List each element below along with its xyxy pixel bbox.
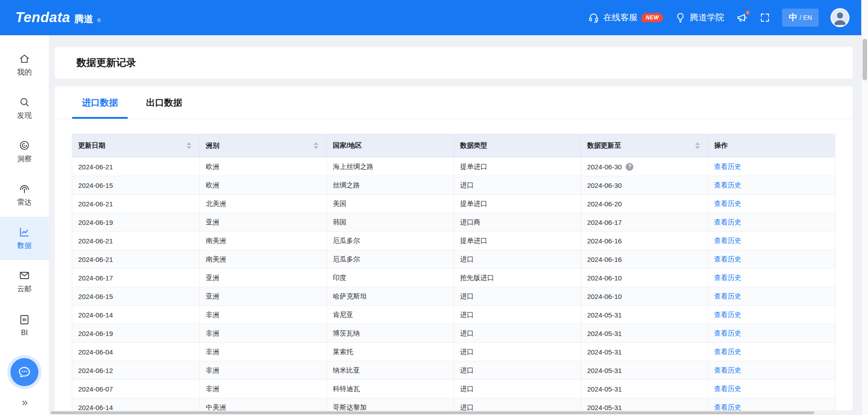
customer-chat-button[interactable]	[10, 358, 38, 386]
updated-to-cell: 2024-06-10	[581, 269, 708, 287]
view-history-link[interactable]: 查看历史	[714, 255, 741, 264]
vertical-scrollbar[interactable]	[861, 0, 868, 415]
updated-to-value: 2024-06-16	[587, 237, 622, 245]
updated-to-value: 2024-06-17	[587, 219, 622, 226]
continent-cell: 非洲	[199, 324, 326, 342]
view-history-link[interactable]: 查看历史	[714, 237, 741, 245]
update-date-cell: 2024-06-12	[72, 361, 199, 379]
view-history-link[interactable]: 查看历史	[714, 274, 741, 282]
update-date-cell: 2024-06-19	[72, 213, 199, 231]
view-history-link[interactable]: 查看历史	[714, 181, 741, 190]
horizontal-scrollbar[interactable]	[49, 410, 861, 415]
column-header-label: 数据类型	[460, 141, 487, 150]
table-row: 2024-06-07非洲科特迪瓦进口2024-05-31查看历史	[72, 379, 835, 398]
column-header[interactable]: 洲别	[199, 134, 326, 157]
tab-export-data[interactable]: 出口数据	[136, 86, 192, 119]
updated-to-value: 2024-06-20	[587, 200, 622, 208]
updated-to-cell: 2024-06-20	[581, 195, 708, 213]
column-header[interactable]: 数据更新至	[581, 134, 708, 157]
sort-carets-icon[interactable]	[695, 142, 700, 149]
view-history-link[interactable]: 查看历史	[714, 366, 741, 375]
data-type-cell: 进口商	[453, 213, 580, 231]
bi-document-icon: BI	[19, 314, 30, 326]
avatar[interactable]	[830, 8, 849, 27]
region-cell: 美国	[326, 195, 453, 213]
view-history-link[interactable]: 查看历史	[714, 329, 741, 338]
action-cell: 查看历史	[708, 269, 835, 287]
action-cell: 查看历史	[708, 361, 835, 379]
sidebar-item-radar[interactable]: 雷达	[0, 173, 49, 217]
view-history-link[interactable]: 查看历史	[714, 292, 741, 301]
sidebar-item-mine[interactable]: 我的	[0, 43, 49, 87]
page-title-card: 数据更新记录	[55, 47, 853, 79]
region-cell: 科特迪瓦	[326, 380, 453, 398]
updated-to-cell: 2024-05-31	[581, 324, 708, 342]
academy-button[interactable]: 腾道学院	[675, 12, 724, 23]
view-history-link[interactable]: 查看历史	[714, 218, 741, 227]
language-current: 中	[789, 12, 797, 23]
view-history-link[interactable]: 查看历史	[714, 163, 741, 171]
main-content: 数据更新记录 进口数据 出口数据 更新日期洲别国家/地区数据类型数据更新至操作 …	[49, 35, 861, 415]
updated-to-value: 2024-05-31	[587, 348, 622, 356]
sidebar-item-bi[interactable]: BI BI	[0, 303, 49, 347]
region-cell: 肯尼亚	[326, 306, 453, 324]
view-history-link[interactable]: 查看历史	[714, 348, 741, 356]
horizontal-scrollbar-thumb[interactable]	[51, 411, 814, 414]
announcement-button[interactable]	[736, 12, 748, 23]
action-cell: 查看历史	[708, 306, 835, 324]
sidebar-item-data[interactable]: 数据	[0, 217, 49, 260]
svg-text:BI: BI	[23, 317, 27, 322]
updated-to-value: 2024-06-10	[587, 293, 622, 300]
topbar-actions: 在线客服 NEW 腾道学院	[588, 8, 849, 27]
action-cell: 查看历史	[708, 324, 835, 342]
sort-carets-icon[interactable]	[187, 142, 191, 149]
sidebar-item-label: 数据	[17, 241, 32, 251]
action-cell: 查看历史	[708, 195, 835, 213]
updated-to-cell: 2024-05-31	[581, 306, 708, 324]
column-header[interactable]: 更新日期	[72, 134, 199, 157]
table-header-row: 更新日期洲别国家/地区数据类型数据更新至操作	[72, 134, 835, 157]
updated-to-value: 2024-06-16	[587, 256, 622, 263]
data-update-table: 更新日期洲别国家/地区数据类型数据更新至操作 2024-06-21欧洲海上丝绸之…	[72, 134, 835, 415]
view-history-link[interactable]: 查看历史	[714, 311, 741, 319]
sidebar-item-label: 洞察	[17, 154, 32, 164]
region-cell: 厄瓜多尔	[326, 250, 453, 268]
update-date-cell: 2024-06-07	[72, 380, 199, 398]
view-history-link[interactable]: 查看历史	[714, 200, 741, 208]
updated-to-value: 2024-06-30	[587, 182, 622, 189]
logo-chinese: 腾道	[74, 13, 93, 25]
update-date-cell: 2024-06-21	[72, 195, 199, 213]
sidebar-item-discover[interactable]: 发现	[0, 87, 49, 130]
tab-label: 出口数据	[146, 97, 182, 109]
sidebar-item-insight[interactable]: 洞察	[0, 130, 49, 173]
brand-logo[interactable]: Tendata 腾道 ®	[15, 9, 101, 26]
sidebar-item-label: 我的	[17, 68, 32, 77]
tab-import-data[interactable]: 进口数据	[72, 86, 128, 119]
language-switch-button[interactable]: 中 / EN	[782, 9, 819, 27]
app-root: Tendata 腾道 ® 在线客服 NEW	[0, 0, 868, 415]
table-body: 2024-06-21欧洲海上丝绸之路提单进口2024-06-30?查看历史202…	[72, 157, 835, 415]
sidebar-expand-chevron[interactable]: »	[0, 396, 49, 409]
table-row: 2024-06-04非洲莱索托进口2024-05-31查看历史	[72, 342, 835, 361]
avatar-image	[831, 9, 849, 26]
updated-to-value: 2024-05-31	[587, 404, 622, 411]
fullscreen-button[interactable]	[760, 12, 770, 23]
table-row: 2024-06-14非洲肯尼亚进口2024-05-31查看历史	[72, 305, 835, 324]
registered-mark: ®	[97, 18, 100, 23]
sidebar-item-cloudmail[interactable]: 云邮	[0, 260, 49, 303]
sort-carets-icon[interactable]	[314, 142, 318, 149]
language-alternate: / EN	[800, 14, 812, 21]
data-type-cell: 进口	[453, 250, 580, 268]
region-cell: 丝绸之路	[326, 176, 453, 194]
continent-cell: 亚洲	[199, 269, 326, 287]
help-icon[interactable]: ?	[626, 163, 633, 171]
vertical-scrollbar-thumb[interactable]	[863, 39, 867, 80]
view-history-link[interactable]: 查看历史	[714, 385, 741, 393]
table-row: 2024-06-21北美洲美国提单进口2024-06-20查看历史	[72, 194, 835, 213]
region-cell: 莱索托	[326, 343, 453, 361]
online-service-button[interactable]: 在线客服 NEW	[588, 12, 663, 23]
continent-cell: 欧洲	[199, 158, 326, 176]
continent-cell: 非洲	[199, 306, 326, 324]
updated-to-cell: 2024-06-30?	[581, 158, 708, 176]
update-date-cell: 2024-06-17	[72, 269, 199, 287]
